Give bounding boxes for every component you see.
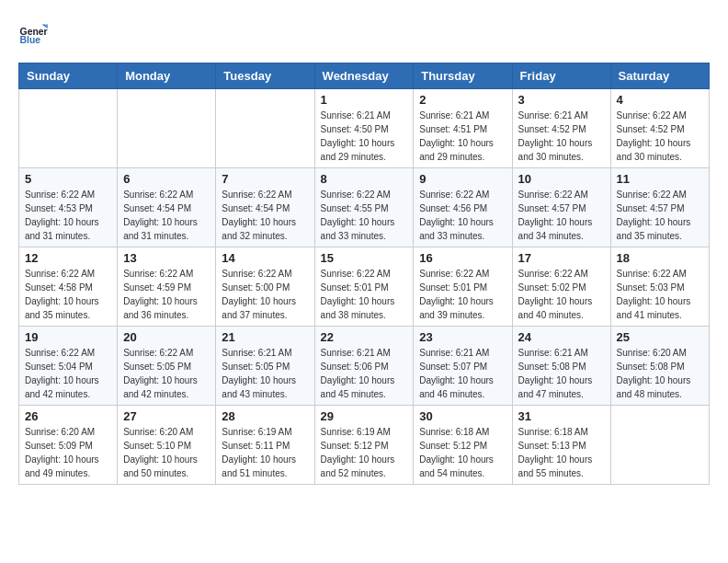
day-info: Sunrise: 6:22 AM Sunset: 5:00 PM Dayligh… (222, 267, 308, 322)
day-info: Sunrise: 6:20 AM Sunset: 5:08 PM Dayligh… (617, 346, 703, 401)
day-info: Sunrise: 6:22 AM Sunset: 4:56 PM Dayligh… (419, 188, 506, 243)
calendar-cell: 1Sunrise: 6:21 AM Sunset: 4:50 PM Daylig… (314, 89, 414, 168)
calendar-cell: 11Sunrise: 6:22 AM Sunset: 4:57 PM Dayli… (610, 168, 709, 247)
day-info: Sunrise: 6:21 AM Sunset: 5:08 PM Dayligh… (518, 346, 605, 401)
day-info: Sunrise: 6:20 AM Sunset: 5:10 PM Dayligh… (123, 425, 210, 480)
day-info: Sunrise: 6:22 AM Sunset: 5:02 PM Dayligh… (518, 267, 605, 322)
day-number: 5 (25, 172, 111, 186)
day-number: 24 (518, 330, 605, 344)
calendar-cell (19, 89, 118, 168)
day-info: Sunrise: 6:20 AM Sunset: 5:09 PM Dayligh… (25, 425, 111, 480)
day-info: Sunrise: 6:18 AM Sunset: 5:13 PM Dayligh… (518, 425, 605, 480)
calendar-cell: 18Sunrise: 6:22 AM Sunset: 5:03 PM Dayli… (610, 247, 709, 327)
calendar-cell (216, 89, 314, 168)
calendar-week-3: 12Sunrise: 6:22 AM Sunset: 4:58 PM Dayli… (19, 247, 710, 327)
calendar-cell: 3Sunrise: 6:21 AM Sunset: 4:52 PM Daylig… (512, 89, 610, 168)
calendar-week-2: 5Sunrise: 6:22 AM Sunset: 4:53 PM Daylig… (19, 168, 710, 247)
calendar-cell: 29Sunrise: 6:19 AM Sunset: 5:12 PM Dayli… (314, 406, 414, 485)
day-number: 15 (321, 251, 408, 265)
day-number: 27 (123, 409, 210, 423)
calendar-cell: 20Sunrise: 6:22 AM Sunset: 5:05 PM Dayli… (118, 327, 216, 406)
calendar-cell: 19Sunrise: 6:22 AM Sunset: 5:04 PM Dayli… (19, 327, 118, 406)
day-info: Sunrise: 6:22 AM Sunset: 5:01 PM Dayligh… (419, 267, 506, 322)
logo-icon: General Blue (18, 18, 48, 48)
day-info: Sunrise: 6:19 AM Sunset: 5:11 PM Dayligh… (222, 425, 308, 480)
day-number: 19 (25, 330, 111, 344)
day-info: Sunrise: 6:22 AM Sunset: 4:57 PM Dayligh… (617, 188, 703, 243)
day-info: Sunrise: 6:22 AM Sunset: 4:57 PM Dayligh… (518, 188, 605, 243)
day-number: 1 (321, 93, 408, 107)
calendar-cell: 14Sunrise: 6:22 AM Sunset: 5:00 PM Dayli… (216, 247, 314, 327)
calendar-cell: 31Sunrise: 6:18 AM Sunset: 5:13 PM Dayli… (512, 406, 610, 485)
calendar-cell: 17Sunrise: 6:22 AM Sunset: 5:02 PM Dayli… (512, 247, 610, 327)
day-number: 7 (222, 172, 308, 186)
day-number: 23 (419, 330, 506, 344)
calendar-cell: 7Sunrise: 6:22 AM Sunset: 4:54 PM Daylig… (216, 168, 314, 247)
calendar-cell: 6Sunrise: 6:22 AM Sunset: 4:54 PM Daylig… (118, 168, 216, 247)
day-info: Sunrise: 6:21 AM Sunset: 4:52 PM Dayligh… (518, 109, 605, 164)
day-number: 12 (25, 251, 111, 265)
day-number: 9 (419, 172, 506, 186)
weekday-header-sunday: Sunday (19, 63, 118, 89)
day-info: Sunrise: 6:22 AM Sunset: 4:54 PM Dayligh… (123, 188, 210, 243)
day-info: Sunrise: 6:22 AM Sunset: 4:52 PM Dayligh… (617, 109, 703, 164)
day-number: 17 (518, 251, 605, 265)
calendar-cell: 28Sunrise: 6:19 AM Sunset: 5:11 PM Dayli… (216, 406, 314, 485)
day-number: 26 (25, 409, 111, 423)
day-number: 8 (321, 172, 408, 186)
calendar-cell: 27Sunrise: 6:20 AM Sunset: 5:10 PM Dayli… (118, 406, 216, 485)
day-info: Sunrise: 6:22 AM Sunset: 4:54 PM Dayligh… (222, 188, 308, 243)
day-number: 6 (123, 172, 210, 186)
page-header: General Blue (18, 18, 710, 48)
day-number: 4 (617, 93, 703, 107)
calendar-cell: 13Sunrise: 6:22 AM Sunset: 4:59 PM Dayli… (118, 247, 216, 327)
day-number: 25 (617, 330, 703, 344)
day-info: Sunrise: 6:21 AM Sunset: 5:05 PM Dayligh… (222, 346, 308, 401)
day-info: Sunrise: 6:18 AM Sunset: 5:12 PM Dayligh… (419, 425, 506, 480)
calendar-cell: 5Sunrise: 6:22 AM Sunset: 4:53 PM Daylig… (19, 168, 118, 247)
day-number: 31 (518, 409, 605, 423)
calendar-cell: 30Sunrise: 6:18 AM Sunset: 5:12 PM Dayli… (414, 406, 512, 485)
weekday-header-wednesday: Wednesday (314, 63, 414, 89)
calendar-cell: 24Sunrise: 6:21 AM Sunset: 5:08 PM Dayli… (512, 327, 610, 406)
weekday-header-tuesday: Tuesday (216, 63, 314, 89)
day-info: Sunrise: 6:21 AM Sunset: 4:50 PM Dayligh… (321, 109, 408, 164)
weekday-header-friday: Friday (512, 63, 610, 89)
day-info: Sunrise: 6:22 AM Sunset: 5:03 PM Dayligh… (617, 267, 703, 322)
day-number: 28 (222, 409, 308, 423)
logo: General Blue (18, 18, 53, 48)
calendar-cell: 4Sunrise: 6:22 AM Sunset: 4:52 PM Daylig… (610, 89, 709, 168)
day-info: Sunrise: 6:22 AM Sunset: 5:01 PM Dayligh… (321, 267, 408, 322)
calendar-cell: 15Sunrise: 6:22 AM Sunset: 5:01 PM Dayli… (314, 247, 414, 327)
day-number: 29 (321, 409, 408, 423)
day-info: Sunrise: 6:21 AM Sunset: 4:51 PM Dayligh… (419, 109, 506, 164)
calendar-cell (118, 89, 216, 168)
calendar-cell: 26Sunrise: 6:20 AM Sunset: 5:09 PM Dayli… (19, 406, 118, 485)
day-info: Sunrise: 6:22 AM Sunset: 4:55 PM Dayligh… (321, 188, 408, 243)
calendar-cell: 23Sunrise: 6:21 AM Sunset: 5:07 PM Dayli… (414, 327, 512, 406)
calendar-cell: 2Sunrise: 6:21 AM Sunset: 4:51 PM Daylig… (414, 89, 512, 168)
day-number: 18 (617, 251, 703, 265)
calendar-week-1: 1Sunrise: 6:21 AM Sunset: 4:50 PM Daylig… (19, 89, 710, 168)
calendar-cell: 16Sunrise: 6:22 AM Sunset: 5:01 PM Dayli… (414, 247, 512, 327)
calendar-week-4: 19Sunrise: 6:22 AM Sunset: 5:04 PM Dayli… (19, 327, 710, 406)
day-info: Sunrise: 6:22 AM Sunset: 5:05 PM Dayligh… (123, 346, 210, 401)
day-number: 3 (518, 93, 605, 107)
weekday-header-thursday: Thursday (414, 63, 512, 89)
calendar-cell (610, 406, 709, 485)
weekday-header-monday: Monday (118, 63, 216, 89)
day-number: 20 (123, 330, 210, 344)
day-number: 16 (419, 251, 506, 265)
calendar-cell: 9Sunrise: 6:22 AM Sunset: 4:56 PM Daylig… (414, 168, 512, 247)
calendar-header-row: SundayMondayTuesdayWednesdayThursdayFrid… (19, 63, 710, 89)
svg-text:Blue: Blue (20, 35, 41, 45)
calendar-cell: 22Sunrise: 6:21 AM Sunset: 5:06 PM Dayli… (314, 327, 414, 406)
day-number: 14 (222, 251, 308, 265)
day-number: 2 (419, 93, 506, 107)
day-info: Sunrise: 6:22 AM Sunset: 5:04 PM Dayligh… (25, 346, 111, 401)
day-info: Sunrise: 6:22 AM Sunset: 4:53 PM Dayligh… (25, 188, 111, 243)
calendar-table: SundayMondayTuesdayWednesdayThursdayFrid… (18, 63, 710, 485)
day-number: 10 (518, 172, 605, 186)
day-number: 13 (123, 251, 210, 265)
calendar-cell: 12Sunrise: 6:22 AM Sunset: 4:58 PM Dayli… (19, 247, 118, 327)
